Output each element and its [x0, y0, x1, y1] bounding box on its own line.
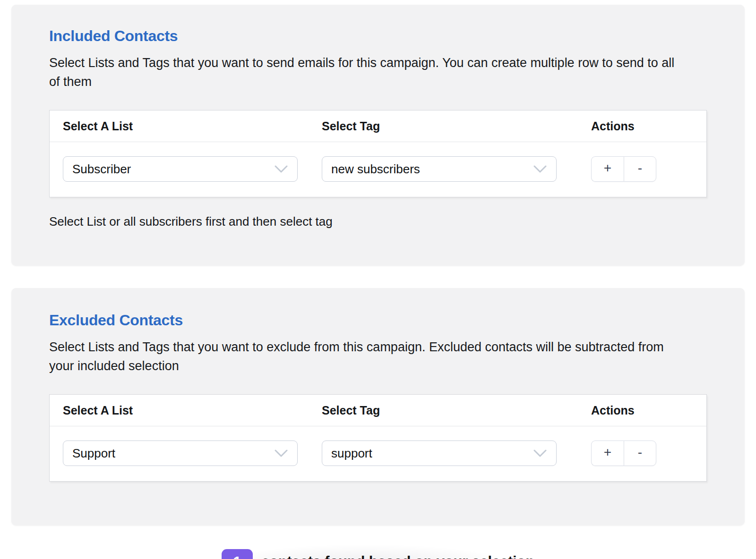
excluded-contacts-card: Excluded Contacts Select Lists and Tags …: [11, 288, 745, 525]
included-list-select[interactable]: Subscriber: [63, 156, 298, 182]
column-header-select-tag: Select Tag: [322, 404, 591, 417]
chevron-down-icon: [533, 449, 547, 457]
table-header-row: Select A List Select Tag Actions: [50, 110, 706, 142]
contacts-found-text: contacts found based on your selection: [261, 553, 534, 559]
column-header-select-list: Select A List: [63, 119, 322, 133]
included-contacts-table: Select A List Select Tag Actions Subscri…: [49, 110, 707, 197]
table-row: Subscriber new subscribers + -: [50, 142, 706, 197]
add-row-button[interactable]: +: [591, 440, 624, 466]
row-actions-group: + -: [591, 440, 693, 466]
included-contacts-description: Select Lists and Tags that you want to s…: [49, 53, 707, 91]
excluded-contacts-table: Select A List Select Tag Actions Support…: [49, 394, 707, 482]
remove-row-button[interactable]: -: [624, 156, 656, 182]
excluded-contacts-title: Excluded Contacts: [49, 312, 707, 329]
included-list-select-value: Subscriber: [72, 162, 131, 177]
chevron-down-icon: [533, 165, 547, 173]
description-line: Select Lists and Tags that you want to e…: [49, 338, 707, 356]
included-contacts-title: Included Contacts: [49, 27, 707, 45]
description-line: of them: [49, 72, 707, 91]
table-header-row: Select A List Select Tag Actions: [50, 395, 706, 426]
included-tag-select[interactable]: new subscribers: [322, 156, 557, 182]
contacts-found-summary: 1 contacts found based on your selection: [0, 549, 756, 559]
column-header-select-list: Select A List: [63, 404, 322, 417]
row-actions-group: + -: [591, 156, 693, 182]
excluded-list-select[interactable]: Support: [63, 440, 298, 466]
included-contacts-card: Included Contacts Select Lists and Tags …: [11, 5, 745, 266]
contacts-count-badge: 1: [222, 549, 253, 559]
column-header-select-tag: Select Tag: [322, 119, 591, 133]
included-helper-text: Select List or all subscribers first and…: [49, 214, 707, 229]
table-row: Support support + -: [50, 426, 706, 481]
excluded-tag-select-value: support: [331, 446, 372, 461]
excluded-list-select-value: Support: [72, 446, 115, 461]
add-row-button[interactable]: +: [591, 156, 624, 182]
included-tag-select-value: new subscribers: [331, 162, 420, 177]
chevron-down-icon: [275, 165, 288, 173]
excluded-tag-select[interactable]: support: [322, 440, 557, 466]
column-header-actions: Actions: [591, 119, 693, 133]
chevron-down-icon: [275, 449, 288, 457]
excluded-contacts-description: Select Lists and Tags that you want to e…: [49, 338, 707, 375]
column-header-actions: Actions: [591, 404, 693, 417]
description-line: your included selection: [49, 356, 707, 375]
remove-row-button[interactable]: -: [624, 440, 656, 466]
description-line: Select Lists and Tags that you want to s…: [49, 53, 707, 72]
